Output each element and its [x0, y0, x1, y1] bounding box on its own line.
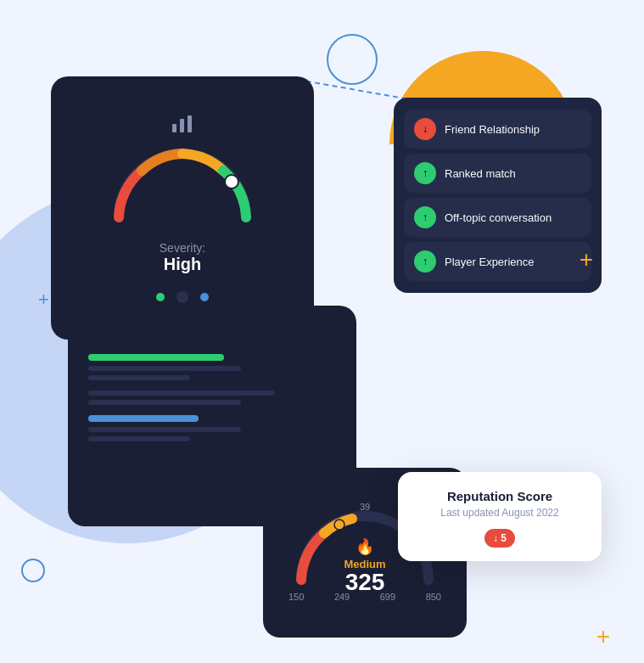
chat-bar-blue: [88, 415, 199, 422]
chat-row-2: [88, 390, 336, 405]
score-label-150: 150: [288, 592, 304, 602]
chat-lines-2: [88, 390, 336, 405]
score-number: 325: [344, 570, 385, 594]
plus-yellow-bottom-icon: +: [596, 623, 610, 650]
offtopic-icon: ↑: [414, 206, 436, 228]
reputation-score-card: Reputation Score Last updated August 202…: [398, 472, 602, 561]
bar-chart-icon: [171, 114, 194, 134]
offtopic-label: Off-topic conversation: [445, 211, 552, 224]
gauge-container: [106, 141, 259, 226]
ranked-icon: ↑: [414, 162, 436, 184]
player-icon: ↑: [414, 250, 436, 273]
bg-circle-outline: [327, 34, 378, 85]
svg-rect-2: [188, 115, 192, 132]
plus-yellow-icon: +: [580, 246, 593, 273]
gauge-svg: [106, 141, 259, 226]
bg-circle-small-outline: [21, 559, 45, 582]
category-item-ranked[interactable]: ↑ Ranked match: [404, 154, 591, 193]
svg-point-4: [334, 520, 344, 530]
plus-blue-icon: +: [38, 289, 49, 311]
category-item-friend[interactable]: ↓ Friend Relationship: [404, 110, 591, 149]
severity-label: Severity:: [160, 241, 205, 255]
category-item-offtopic[interactable]: ↑ Off-topic conversation: [404, 198, 591, 237]
chat-lines-3: [88, 427, 336, 441]
dot-dark: [176, 291, 188, 303]
score-label-top: 39: [360, 502, 370, 512]
chat-row-3: [88, 415, 336, 441]
friend-label: Friend Relationship: [445, 123, 540, 136]
chat-row-1: [88, 354, 336, 380]
chat-lines-1: [88, 366, 336, 380]
chat-line-3a: [88, 427, 241, 432]
score-flame-icon: 🔥: [344, 537, 385, 556]
reputation-title: Reputation Score: [417, 489, 583, 503]
category-card: ↓ Friend Relationship ↑ Ranked match ↑ O…: [394, 98, 602, 293]
severity-card: Severity: High: [51, 76, 314, 340]
svg-rect-0: [172, 124, 176, 132]
chat-line-1a: [88, 366, 241, 371]
severity-value: High: [164, 255, 201, 274]
player-label: Player Experience: [445, 256, 535, 268]
dot-blue: [200, 293, 209, 301]
svg-rect-1: [180, 119, 184, 132]
svg-point-3: [225, 175, 238, 188]
friend-icon: ↓: [414, 118, 436, 140]
chat-bar-green: [88, 354, 224, 361]
category-item-player[interactable]: ↑ Player Experience: [404, 242, 591, 281]
reputation-badge: ↓ 5: [484, 529, 515, 548]
ranked-label: Ranked match: [445, 167, 516, 180]
chat-line-2b: [88, 400, 241, 405]
chat-line-3b: [88, 436, 190, 441]
chat-line-2a: [88, 390, 275, 396]
gauge-dots: [156, 291, 209, 303]
dot-green: [156, 293, 165, 301]
score-label-850: 850: [426, 592, 441, 602]
score-center: 🔥 Medium 325: [344, 537, 385, 594]
chat-line-1b: [88, 375, 190, 380]
reputation-subtitle: Last updated August 2022: [417, 507, 583, 519]
